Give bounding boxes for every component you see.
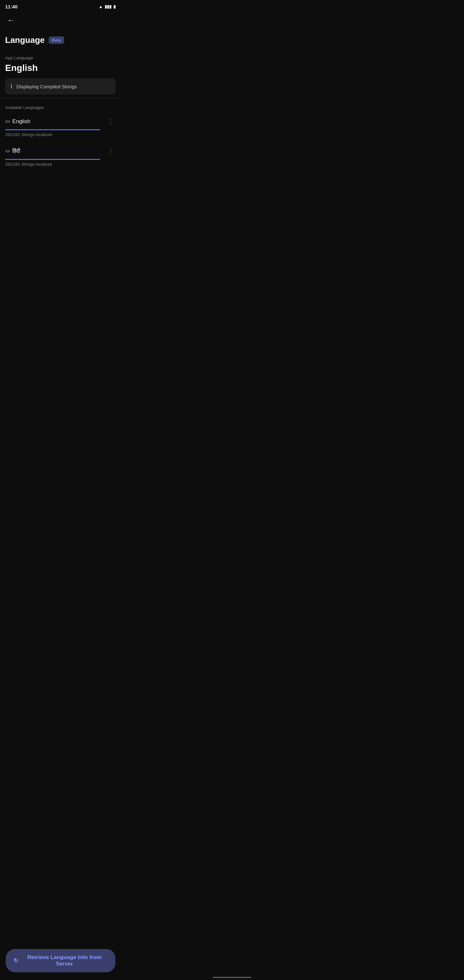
info-banner-text: Displaying Compiled Strings	[16, 84, 77, 89]
list-item[interactable]: <> English ⋮ 281/281 Strings localized	[0, 113, 121, 142]
back-icon: ←	[7, 16, 14, 24]
beta-badge: Beta	[49, 37, 64, 44]
wifi-icon: ▲	[99, 4, 103, 9]
language-item-header: <> English ⋮	[5, 116, 116, 127]
more-icon: ⋮	[107, 147, 114, 155]
progress-bar-fill	[5, 129, 100, 130]
code-icon: <>	[5, 149, 10, 154]
language-name: <> English	[5, 118, 30, 125]
divider	[0, 98, 121, 99]
language-label: हिंदी	[12, 148, 20, 154]
back-button[interactable]: ←	[5, 14, 17, 26]
signal-icon: ▮▮▮	[105, 4, 111, 9]
more-options-button-english[interactable]: ⋮	[105, 116, 116, 127]
more-options-button-hindi[interactable]: ⋮	[105, 146, 116, 156]
status-time: 11:40	[5, 4, 17, 10]
status-bar: 11:40 ▲ ▮▮▮ ▮	[0, 0, 121, 12]
status-icons: ▲ ▮▮▮ ▮	[99, 4, 116, 9]
strings-localized: 281/281 Strings localized	[5, 132, 116, 140]
list-item[interactable]: <> हिंदी ⋮ 281/281 Strings localized	[0, 142, 121, 172]
language-name: <> हिंदी	[5, 148, 20, 154]
progress-bar-container	[5, 159, 100, 160]
progress-bar-fill	[5, 159, 100, 160]
page-title: Language	[5, 35, 45, 45]
language-label: English	[12, 118, 30, 125]
page-header: Language Beta	[0, 30, 121, 53]
available-languages-header: Available Languages	[0, 101, 121, 113]
battery-icon: ▮	[113, 4, 116, 9]
progress-bar-container	[5, 129, 100, 130]
available-languages-section: Available Languages <> English ⋮ 281/281…	[0, 101, 121, 172]
code-icon: <>	[5, 119, 10, 124]
more-icon: ⋮	[107, 118, 114, 126]
current-language-value: English	[0, 62, 121, 77]
language-item-header: <> हिंदी ⋮	[5, 146, 116, 156]
info-banner: ℹ Displaying Compiled Strings	[5, 78, 116, 94]
strings-localized: 281/281 Strings localized	[5, 162, 116, 169]
toolbar: ←	[0, 12, 121, 30]
app-language-label: App Language	[0, 53, 121, 62]
info-icon: ℹ	[10, 83, 13, 90]
app-language-section: App Language English	[0, 53, 121, 77]
